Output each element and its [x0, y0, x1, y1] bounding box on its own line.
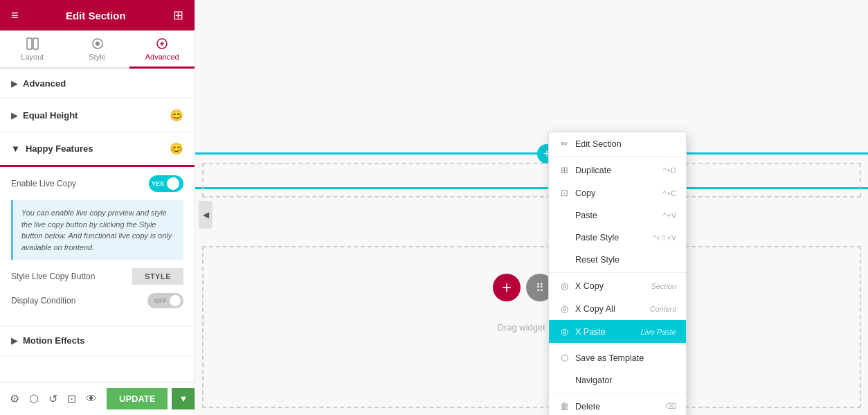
section-motion-effects[interactable]: ▶ Motion Effects	[0, 326, 195, 356]
ctx-x-copy-label: X Copy	[575, 281, 604, 291]
ctx-x-copy-badge: Section	[651, 282, 676, 290]
layout-tab-icon	[26, 37, 39, 50]
ctx-copy-shortcut: ^+C	[662, 189, 676, 197]
ctx-separator-1	[549, 157, 686, 157]
x-copy-icon: ◎	[559, 281, 570, 291]
ctx-paste-style[interactable]: Paste Style ^+⇧+V	[549, 227, 686, 249]
svg-rect-0	[27, 38, 32, 49]
x-copy-all-icon: ◎	[559, 303, 570, 314]
ctx-paste-shortcut: ^+V	[663, 211, 676, 220]
ctx-x-paste-label: X Paste	[575, 327, 606, 337]
enable-live-copy-label: Enable Live Copy	[11, 179, 76, 188]
arrow-icon: ▶	[11, 79, 17, 89]
tab-advanced-label: Advanced	[145, 53, 179, 61]
happy-features-label: Happy Features	[26, 143, 93, 154]
toggle-off-text: OFF	[154, 297, 167, 304]
section-equal-height-label: Equal Height	[23, 110, 78, 121]
tab-style[interactable]: Style	[65, 30, 130, 69]
ctx-paste[interactable]: Paste ^+V	[549, 204, 686, 227]
ctx-navigator-label: Navigator	[575, 376, 613, 385]
ctx-edit-section[interactable]: ✏ Edit Section	[549, 132, 686, 155]
style-live-copy-label: Style Live Copy Button	[11, 272, 95, 281]
history-icon[interactable]: ↺	[46, 389, 60, 408]
section-equal-height[interactable]: ▶ Equal Height 😊	[0, 99, 195, 132]
update-dropdown-button[interactable]: ▼	[172, 388, 195, 409]
ctx-x-copy-all-label: X Copy All	[575, 304, 615, 314]
enable-live-copy-toggle[interactable]: YES	[149, 175, 183, 192]
info-box: You can enable live copy preview and sty…	[11, 200, 183, 260]
ctx-save-as-template[interactable]: ⬡ Save as Template	[549, 346, 686, 369]
toggle-yes-text: YES	[152, 180, 164, 187]
ctx-copy[interactable]: ⊡ Copy ^+C	[549, 182, 686, 204]
main-canvas: + ⠿ + ◀ Drag widget here + ⠿ ✏ Edit Sect…	[195, 0, 868, 415]
style-tab-icon	[91, 37, 104, 50]
ctx-separator-2	[549, 272, 686, 273]
tab-style-label: Style	[89, 53, 105, 61]
ctx-navigator[interactable]: Navigator	[549, 369, 686, 391]
ctx-reset-style[interactable]: Reset Style	[549, 249, 686, 271]
drag-drop-area: Drag widget here	[202, 246, 861, 408]
eye-icon[interactable]: 👁	[83, 390, 100, 408]
ctx-save-as-template-label: Save as Template	[575, 353, 644, 363]
arrow-icon-3: ▶	[11, 336, 17, 346]
hamburger-icon[interactable]: ≡	[11, 8, 19, 23]
tab-layout-label: Layout	[21, 53, 44, 61]
ctx-x-copy[interactable]: ◎ X Copy Section	[549, 274, 686, 297]
ctx-x-copy-all-badge: Content	[649, 305, 676, 313]
happy-features-header[interactable]: ▼ Happy Features 😊	[0, 132, 195, 167]
x-paste-icon: ◎	[559, 326, 570, 337]
toggle-circle	[167, 177, 179, 190]
advanced-tab-icon	[156, 37, 168, 50]
delete-icon: 🗑	[559, 401, 570, 412]
ctx-delete-label: Delete	[575, 402, 600, 412]
middle-controls: + ⠿	[493, 274, 554, 301]
info-text: You can enable live copy preview and sty…	[21, 209, 172, 251]
panel-tabs: Layout Style Advanced	[0, 30, 195, 69]
ctx-duplicate-label: Duplicate	[575, 166, 611, 175]
ctx-paste-label: Paste	[575, 211, 597, 220]
svg-rect-1	[33, 38, 38, 49]
svg-point-3	[96, 42, 100, 46]
ctx-x-paste-badge: Live Paste	[641, 328, 676, 336]
tab-advanced[interactable]: Advanced	[129, 30, 195, 69]
ctx-duplicate[interactable]: ⊞ Duplicate ^+D	[549, 159, 686, 182]
duplicate-icon: ⊞	[559, 165, 570, 175]
ctx-x-copy-all[interactable]: ◎ X Copy All Content	[549, 297, 686, 320]
grid-icon[interactable]: ⊞	[173, 8, 183, 23]
display-condition-label: Display Condition	[11, 296, 75, 306]
layers-icon[interactable]: ⬡	[26, 389, 42, 408]
section-advanced[interactable]: ▶ Advanced	[0, 69, 195, 99]
style-live-copy-button[interactable]: STYLE	[132, 268, 183, 285]
ctx-edit-section-label: Edit Section	[575, 139, 622, 149]
panel-bottom-toolbar: ⚙ ⬡ ↺ ⊡ 👁 UPDATE ▼	[0, 382, 195, 415]
panel-header: ≡ Edit Section ⊞	[0, 0, 195, 30]
equal-height-icon: 😊	[170, 109, 183, 122]
collapse-panel-arrow[interactable]: ◀	[199, 201, 213, 229]
ctx-delete-shortcut: ⌫	[665, 402, 676, 411]
ctx-x-paste[interactable]: ◎ X Paste Live Paste	[549, 320, 686, 343]
settings-icon[interactable]: ⚙	[7, 389, 22, 408]
save-template-icon: ⬡	[559, 353, 570, 363]
ctx-reset-style-label: Reset Style	[575, 255, 620, 265]
down-arrow-icon: ▼	[11, 143, 20, 154]
ctx-paste-style-label: Paste Style	[575, 233, 619, 242]
ctx-delete[interactable]: 🗑 Delete ⌫	[549, 395, 686, 415]
section-happy-features: ▼ Happy Features 😊 Enable Live Copy YES …	[0, 132, 195, 326]
add-widget-button-large[interactable]: +	[493, 274, 521, 301]
section-advanced-label: Advanced	[23, 78, 66, 89]
display-condition-toggle[interactable]: OFF	[147, 293, 183, 308]
canvas-area: + ⠿ + ◀ Drag widget here + ⠿ ✏ Edit Sect…	[195, 0, 868, 415]
edit-icon: ✏	[559, 139, 570, 149]
display-condition-row: Display Condition OFF	[11, 293, 183, 308]
ctx-paste-style-shortcut: ^+⇧+V	[653, 233, 676, 242]
panel-title: Edit Section	[66, 10, 126, 21]
happy-features-icon: 😊	[170, 142, 183, 155]
section-motion-effects-label: Motion Effects	[23, 335, 85, 346]
update-button[interactable]: UPDATE	[107, 388, 168, 409]
ctx-duplicate-shortcut: ^+D	[662, 166, 676, 175]
tab-layout[interactable]: Layout	[0, 30, 65, 69]
panel-sections: ▶ Advanced ▶ Equal Height 😊 ▼ Happy Feat…	[0, 69, 195, 382]
responsive-icon[interactable]: ⊡	[64, 389, 79, 408]
enable-live-copy-row: Enable Live Copy YES	[11, 175, 183, 192]
ctx-separator-3	[549, 344, 686, 345]
